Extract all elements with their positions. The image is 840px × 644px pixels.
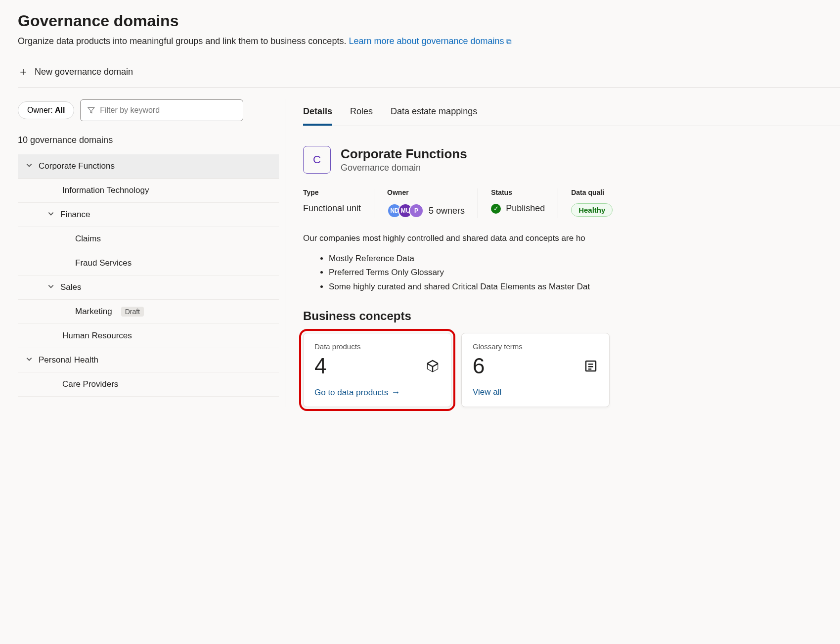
- tree-item-label: Care Providers: [62, 379, 118, 389]
- owner-filter-pill[interactable]: Owner: All: [18, 101, 74, 119]
- tree-item-care-providers[interactable]: Care Providers: [18, 372, 279, 397]
- card-title: Glossary terms: [473, 342, 598, 351]
- external-link-icon: ⧉: [506, 37, 512, 46]
- tree-item-label: Information Technology: [62, 185, 149, 195]
- filter-icon: [88, 106, 95, 114]
- new-button-label: New governance domain: [35, 67, 133, 77]
- tree-item-information-technology[interactable]: Information Technology: [18, 179, 279, 203]
- description-list: Mostly Reference DataPreferred Terms Onl…: [329, 252, 840, 295]
- description-bullet: Some highly curated and shared Critical …: [329, 280, 840, 294]
- description-bullet: Mostly Reference Data: [329, 252, 840, 266]
- chevron-down-icon: [47, 210, 54, 220]
- page-subtitle: Organize data products into meaningful g…: [18, 36, 840, 46]
- draft-badge: Draft: [121, 307, 144, 317]
- entity-icon: C: [303, 146, 331, 174]
- tree-item-label: Fraud Services: [75, 258, 132, 268]
- owner-count: 5 owners: [429, 206, 465, 216]
- arrow-right-icon: →: [391, 387, 400, 398]
- tree-item-marketing[interactable]: MarketingDraft: [18, 300, 279, 324]
- tree-item-label: Claims: [75, 234, 101, 244]
- page-title: Governance domains: [18, 12, 840, 30]
- concept-cards: Data products4Go to data products →Gloss…: [303, 333, 840, 407]
- business-concepts-heading: Business concepts: [303, 309, 840, 323]
- tree-item-label: Sales: [60, 282, 82, 292]
- list-icon: [583, 359, 598, 373]
- owner-avatar-stack[interactable]: NDMUP: [387, 203, 424, 218]
- tree-item-label: Personal Health: [39, 355, 98, 365]
- top-divider: [18, 87, 840, 88]
- tab-data-estate-mappings[interactable]: Data estate mappings: [391, 99, 477, 126]
- cube-icon: [425, 359, 440, 373]
- owner-label: Owner: [387, 188, 465, 196]
- concept-card-data-products[interactable]: Data products4Go to data products →: [303, 333, 451, 407]
- avatar: P: [409, 203, 424, 218]
- card-title: Data products: [314, 342, 440, 351]
- tree-item-human-resources[interactable]: Human Resources: [18, 324, 279, 348]
- description-line: Our companies most highly controlled and…: [303, 232, 840, 245]
- status-value: Published: [506, 203, 545, 214]
- tree-item-corporate-functions[interactable]: Corporate Functions: [18, 154, 279, 179]
- domain-count: 10 governance domains: [18, 135, 279, 145]
- keyword-input[interactable]: [100, 106, 236, 115]
- plus-icon: ＋: [18, 64, 29, 79]
- tree-item-label: Marketing: [75, 307, 112, 317]
- new-governance-domain-button[interactable]: ＋ New governance domain: [18, 60, 133, 87]
- data-quality-label: Data quali: [571, 188, 613, 196]
- tree-item-label: Corporate Functions: [39, 161, 115, 171]
- card-link[interactable]: View all: [473, 387, 501, 397]
- tree-item-finance[interactable]: Finance: [18, 203, 279, 227]
- status-label: Status: [491, 188, 545, 196]
- chevron-down-icon: [26, 161, 33, 171]
- learn-more-link[interactable]: Learn more about governance domains⧉: [349, 36, 511, 46]
- keyword-filter[interactable]: [80, 99, 243, 121]
- entity-subtitle: Governance domain: [341, 163, 467, 173]
- tree-item-personal-health[interactable]: Personal Health: [18, 348, 279, 372]
- tree-item-label: Human Resources: [62, 331, 132, 341]
- chevron-down-icon: [26, 355, 33, 365]
- type-label: Type: [303, 188, 361, 196]
- type-value: Functional unit: [303, 203, 361, 214]
- card-link[interactable]: Go to data products →: [314, 387, 400, 398]
- tree-item-claims[interactable]: Claims: [18, 227, 279, 251]
- domain-tree: Corporate FunctionsInformation Technolog…: [18, 154, 279, 397]
- tree-item-label: Finance: [60, 210, 90, 220]
- concept-card-glossary-terms[interactable]: Glossary terms6View all: [461, 333, 610, 407]
- tree-item-sales[interactable]: Sales: [18, 276, 279, 300]
- health-badge: Healthy: [571, 203, 613, 217]
- entity-title: Corporate Functions: [341, 146, 467, 162]
- description-bullet: Preferred Terms Only Glossary: [329, 266, 840, 280]
- tab-details[interactable]: Details: [303, 99, 332, 126]
- check-circle-icon: ✓: [491, 204, 501, 214]
- tree-item-fraud-services[interactable]: Fraud Services: [18, 251, 279, 276]
- chevron-down-icon: [47, 282, 54, 292]
- detail-tabs: DetailsRolesData estate mappings: [303, 99, 840, 126]
- card-metric: 4: [314, 354, 326, 378]
- tab-roles[interactable]: Roles: [350, 99, 373, 126]
- card-metric: 6: [473, 354, 485, 378]
